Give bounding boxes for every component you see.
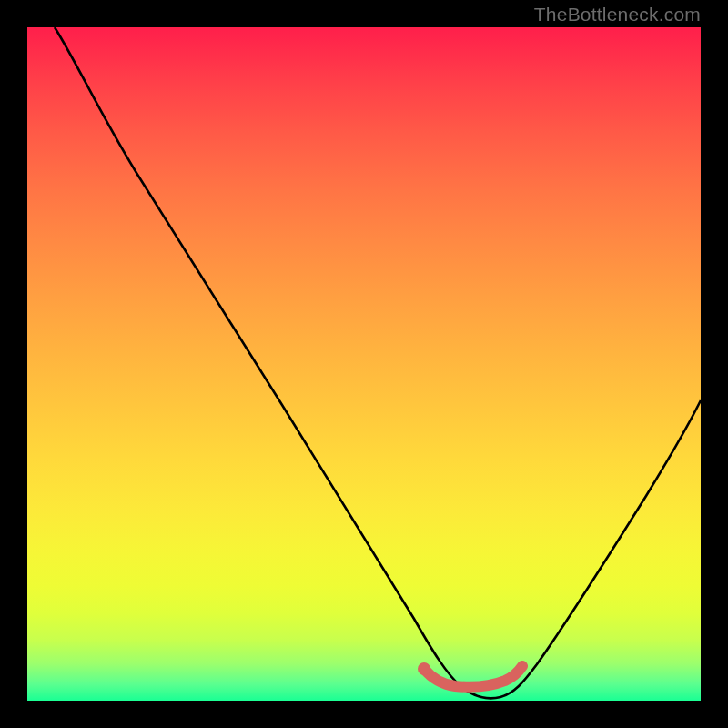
bottleneck-curve-line [55,27,701,699]
watermark-text: TheBottleneck.com [534,4,701,25]
optimal-marker-start-dot [418,662,430,675]
optimal-marker-line [424,666,522,687]
chart-frame: TheBottleneck.com [0,0,728,728]
chart-svg [27,27,701,701]
